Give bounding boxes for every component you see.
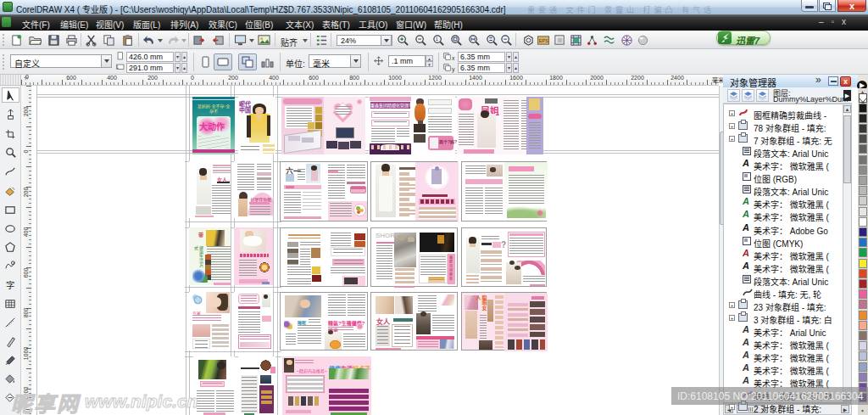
svg-text:1: 1 <box>436 36 438 42</box>
svg-text:字: 字 <box>6 280 14 290</box>
svg-text:EPS: EPS <box>539 38 548 43</box>
svg-text:1: 1 <box>116 64 119 70</box>
